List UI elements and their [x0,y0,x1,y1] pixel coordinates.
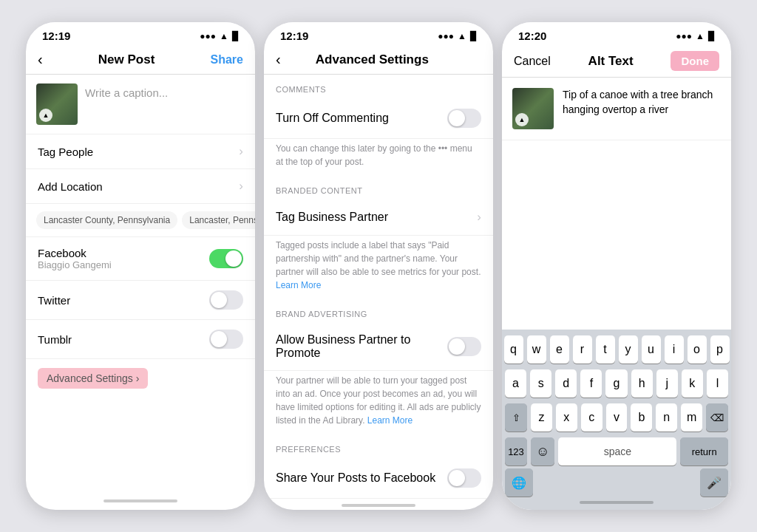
screen2-advanced-settings: 12:19 ●●● ▲ ▉ ‹ Advanced Settings COMMEN… [264,22,493,510]
keyboard-row-2: a s d f g h j k l [505,369,728,398]
key-f[interactable]: f [580,369,602,398]
key-a[interactable]: a [505,369,526,398]
key-q[interactable]: q [504,335,523,364]
tumblr-row: Tumblr [26,320,255,359]
key-x[interactable]: x [556,403,577,432]
key-t[interactable]: t [596,335,615,364]
keyboard-row-3: ⇧ z x c v b n m ⌫ [505,403,728,432]
share-fb-row: Share Your Posts to Facebook [264,458,493,499]
caption-row: ▲ Write a caption... [26,75,255,134]
facebook-toggle[interactable] [209,249,243,268]
twitter-toggle[interactable] [209,290,243,310]
back-button-1[interactable]: ‹ [38,51,43,68]
shift-key[interactable]: ⇧ [505,403,527,432]
cancel-button[interactable]: Cancel [514,55,551,68]
turn-off-commenting-row: Turn Off Commenting [264,98,493,139]
chevron-icon-location: › [239,179,243,194]
status-bar-3: 12:20 ●●● ▲ ▉ [502,22,731,45]
key-l[interactable]: l [707,369,728,398]
wifi-icon-3: ▲ [696,31,705,41]
add-location-row[interactable]: Add Location › [26,169,255,204]
branded-section-header: BRANDED CONTENT [264,176,493,200]
key-u[interactable]: u [642,335,661,364]
wifi-icon-2: ▲ [458,31,466,41]
learn-more-branded[interactable]: Learn More [276,280,321,290]
keyboard-row-5: 🌐 🎤 [505,468,728,497]
advanced-settings-label: Advanced Settings [47,372,133,384]
key-v[interactable]: v [606,403,628,432]
twitter-label: Twitter [38,294,70,307]
time-1: 12:19 [42,30,70,42]
key-k[interactable]: k [682,369,703,398]
settings-scroll: COMMENTS Turn Off Commenting You can cha… [264,75,493,499]
screen1-new-post: 12:19 ●●● ▲ ▉ ‹ New Post Share ▲ Write a… [26,22,255,510]
tumblr-label: Tumblr [38,333,72,346]
key-d[interactable]: d [555,369,577,398]
facebook-label: Facebook [38,247,112,259]
nav-bar-2: ‹ Advanced Settings [264,45,493,75]
share-fb-toggle[interactable] [447,468,481,488]
emoji-key[interactable]: ☺ [531,437,554,466]
turn-off-label: Turn Off Commenting [276,112,389,125]
battery-icon: ▉ [232,31,239,41]
tumblr-toggle[interactable] [209,330,243,349]
tag-people-row[interactable]: Tag People › [26,134,255,169]
commenting-toggle[interactable] [447,109,481,128]
key-b[interactable]: b [631,403,652,432]
promote-toggle[interactable] [447,337,481,356]
learn-more-promote[interactable]: Learn More [367,415,413,426]
page-title-2: Advanced Settings [316,52,429,67]
num-key[interactable]: 123 [505,437,527,466]
alt-text-content: ▲ Tip of a canoe with a tree branch hang… [502,78,731,140]
key-h[interactable]: h [631,369,653,398]
preferences-header: PREFERENCES [264,434,493,458]
delete-key[interactable]: ⌫ [706,403,728,432]
comments-section-header: COMMENTS [264,75,493,98]
status-icons-1: ●●● ▲ ▉ [200,31,239,41]
alt-text-value[interactable]: Tip of a canoe with a tree branch hangin… [563,88,721,129]
tag-business-row[interactable]: Tag Business Partner › [264,200,493,236]
status-bar-2: 12:19 ●●● ▲ ▉ [264,22,493,45]
space-key[interactable]: space [558,437,676,466]
key-c[interactable]: c [581,403,602,432]
key-y[interactable]: y [619,335,638,364]
promote-desc: Your partner will be able to turn your t… [264,371,493,434]
nav-bar-3: Cancel Alt Text Done [502,45,731,78]
key-z[interactable]: z [531,403,552,432]
location-tag-1[interactable]: Lancaster County, Pennsylvania [36,211,177,229]
twitter-toggle-knob [211,292,227,308]
mic-key[interactable]: 🎤 [700,468,728,497]
key-p[interactable]: p [710,335,730,364]
key-j[interactable]: j [656,369,678,398]
time-3: 12:20 [518,30,546,42]
keyboard-row-4: 123 ☺ space return [505,437,728,466]
key-i[interactable]: i [665,335,684,364]
facebook-toggle-knob [225,250,242,267]
advanced-settings-btn[interactable]: Advanced Settings › [26,359,255,398]
return-key[interactable]: return [680,437,728,466]
share-fb-desc: Automatically share your photo and video… [264,499,493,499]
globe-key[interactable]: 🌐 [505,468,533,497]
key-n[interactable]: n [656,403,677,432]
location-tag-2[interactable]: Lancaster, Pennsylvani... [182,211,255,229]
twitter-row: Twitter [26,281,255,320]
advanced-settings-chevron: › [136,372,140,384]
key-s[interactable]: s [530,369,551,398]
caption-input[interactable]: Write a caption... [85,83,168,99]
key-m[interactable]: m [681,403,702,432]
wifi-icon: ▲ [220,31,228,41]
facebook-row: Facebook Biaggio Gangemi [26,237,255,281]
add-location-label: Add Location [38,180,103,193]
key-g[interactable]: g [605,369,627,398]
key-o[interactable]: o [688,335,707,364]
back-button-2[interactable]: ‹ [276,51,281,68]
battery-icon-2: ▉ [470,31,477,41]
share-button[interactable]: Share [211,53,243,66]
chevron-icon-business: › [477,210,481,225]
key-e[interactable]: e [550,335,569,364]
key-w[interactable]: w [527,335,546,364]
home-indicator-2 [342,504,415,507]
post-thumbnail: ▲ [36,83,78,125]
key-r[interactable]: r [573,335,592,364]
done-button[interactable]: Done [671,51,719,71]
